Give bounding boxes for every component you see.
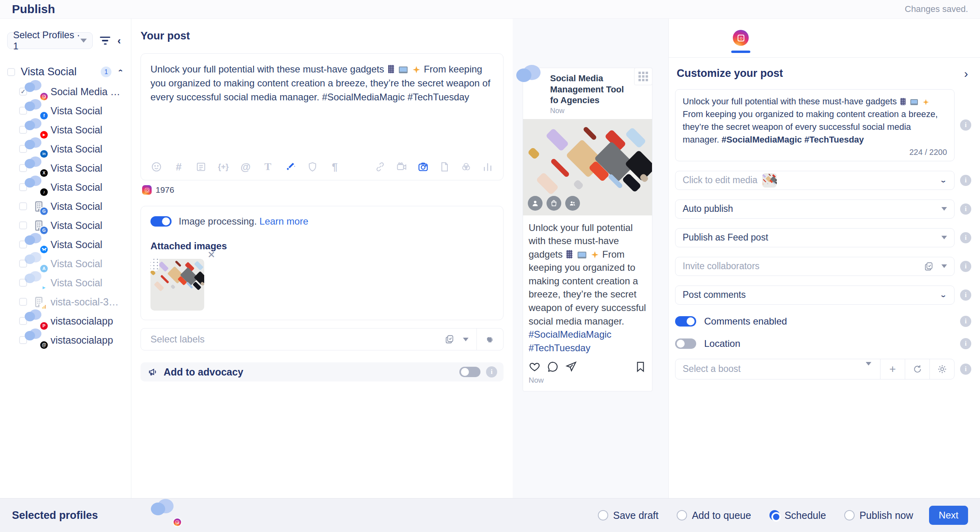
profile-list-item[interactable]: ♪ Vista Social bbox=[0, 178, 131, 197]
caption-editor[interactable]: Unlock your full potential with these mu… bbox=[675, 89, 955, 161]
invite-collaborators-field[interactable]: Invite collaborators bbox=[675, 257, 955, 276]
profile-list-item[interactable]: ▶ Vista Social bbox=[0, 120, 131, 139]
auto-publish-select[interactable]: Auto publish bbox=[675, 200, 955, 219]
invite-collaborators-info-icon[interactable]: i bbox=[960, 261, 971, 272]
attached-image-thumbnail[interactable] bbox=[150, 259, 204, 311]
profile-list-item[interactable]: Social Media Managem… bbox=[0, 82, 131, 101]
comments-enabled-info-icon[interactable]: i bbox=[960, 316, 971, 327]
publish-mode-radio[interactable]: Publish now bbox=[844, 510, 913, 521]
select-labels-field[interactable]: Select labels bbox=[141, 328, 504, 350]
advocacy-label: Add to advocacy bbox=[164, 366, 454, 378]
photo-icon[interactable] bbox=[417, 161, 429, 173]
profile-list-item[interactable]: G Vista Social bbox=[0, 197, 131, 216]
labels-dropdown-caret[interactable] bbox=[463, 338, 469, 341]
profile-list-item[interactable]: A Vista Social bbox=[0, 254, 131, 273]
advocacy-toggle[interactable] bbox=[459, 367, 480, 377]
profile-group-row[interactable]: Vista Social 1 ⌃︎ bbox=[7, 66, 124, 78]
group-name: Vista Social bbox=[21, 66, 95, 78]
paragraph-icon[interactable]: ¶ bbox=[329, 161, 341, 173]
saved-captions-icon[interactable] bbox=[195, 161, 207, 173]
profile-list-item[interactable]: P vistasocialapp bbox=[0, 311, 131, 331]
composer-title: Your post bbox=[141, 30, 504, 42]
profile-list-item[interactable]: ▶ Vista Social bbox=[0, 273, 131, 292]
profile-checkbox[interactable] bbox=[19, 298, 27, 306]
filter-icon[interactable] bbox=[100, 37, 110, 45]
profile-checkbox[interactable] bbox=[19, 221, 27, 229]
analytics-icon[interactable] bbox=[482, 161, 494, 173]
advocacy-info-icon[interactable]: i bbox=[486, 366, 497, 377]
ai-assistant-icon[interactable] bbox=[284, 161, 296, 173]
copy-collaborators-icon[interactable] bbox=[924, 261, 934, 272]
tag-products-icon[interactable] bbox=[547, 196, 561, 211]
profile-list-item[interactable]: X Vista Social bbox=[0, 158, 131, 178]
add-boost-icon[interactable]: + bbox=[880, 359, 905, 379]
profile-list-item[interactable]: Vista Social bbox=[0, 235, 131, 254]
chevron-up-icon[interactable]: ⌃︎ bbox=[117, 68, 124, 76]
location-info-icon[interactable]: i bbox=[960, 338, 971, 349]
media-library-icon[interactable] bbox=[460, 161, 472, 173]
tag-people-icon[interactable] bbox=[528, 196, 543, 211]
preview-layout-grid-icon[interactable] bbox=[634, 68, 652, 85]
pinterest-badge-icon: P bbox=[40, 322, 48, 330]
publish-mode-radio[interactable]: Schedule bbox=[769, 510, 826, 521]
chevron-down-icon[interactable]: ⌄︎ bbox=[940, 176, 947, 184]
publish-as-select[interactable]: Publish as Feed post bbox=[675, 228, 955, 247]
comment-icon[interactable] bbox=[547, 361, 559, 373]
document-icon[interactable] bbox=[439, 161, 451, 173]
profile-list-item[interactable]: vista-social-320412 bbox=[0, 292, 131, 311]
collapse-sidebar-icon[interactable]: ‹ bbox=[117, 35, 121, 46]
edit-media-info-icon[interactable]: i bbox=[960, 175, 971, 186]
profile-list-item[interactable]: in Vista Social bbox=[0, 139, 131, 158]
chevron-right-icon[interactable]: › bbox=[964, 68, 968, 80]
emoji-picker-icon[interactable] bbox=[150, 161, 162, 173]
shield-icon[interactable] bbox=[306, 161, 318, 173]
publish-mode-radio[interactable]: Save draft bbox=[598, 510, 658, 521]
selected-profile-avatar[interactable] bbox=[162, 507, 178, 524]
auto-publish-info-icon[interactable]: i bbox=[960, 203, 971, 215]
labels-settings-gear-icon[interactable] bbox=[485, 334, 495, 344]
tab-instagram[interactable] bbox=[732, 30, 749, 53]
location-toggle[interactable] bbox=[675, 338, 696, 349]
collaborators-icon[interactable] bbox=[565, 196, 580, 211]
publish-as-info-icon[interactable]: i bbox=[960, 232, 971, 243]
profile-checkbox[interactable] bbox=[19, 202, 27, 210]
avatar bbox=[33, 296, 45, 308]
profile-list-item[interactable]: G Vista Social bbox=[0, 216, 131, 235]
refresh-boosts-icon[interactable] bbox=[905, 359, 929, 379]
variables-icon[interactable]: {+} bbox=[217, 161, 229, 173]
publish-mode-radio[interactable]: Add to queue bbox=[677, 510, 751, 521]
mention-icon[interactable]: @ bbox=[240, 161, 252, 173]
text-format-icon[interactable]: T bbox=[262, 161, 274, 173]
boost-settings-gear-icon[interactable] bbox=[929, 359, 954, 379]
content: Select Profiles · 1 ‹ Vista Social 1 ⌃︎ … bbox=[0, 19, 980, 498]
like-icon[interactable] bbox=[529, 361, 541, 373]
customize-panel: Customize your post › Unlock your full p… bbox=[669, 19, 980, 498]
video-icon[interactable] bbox=[396, 161, 408, 173]
image-processing-toggle[interactable] bbox=[150, 216, 172, 227]
post-comments-info-icon[interactable]: i bbox=[960, 289, 971, 301]
drag-handle-icon[interactable] bbox=[150, 259, 159, 271]
remove-image-icon[interactable]: ✕ bbox=[207, 249, 215, 260]
share-icon[interactable] bbox=[565, 361, 577, 373]
profile-list-item[interactable]: f Vista Social bbox=[0, 101, 131, 120]
caption-info-icon[interactable]: i bbox=[960, 119, 971, 131]
edit-media-field[interactable]: Click to edit media ⌄︎ bbox=[675, 171, 955, 190]
profile-list-item[interactable]: @ vistasocialapp bbox=[0, 331, 131, 350]
comments-enabled-toggle[interactable] bbox=[675, 316, 696, 327]
boost-info-icon[interactable]: i bbox=[960, 364, 971, 375]
chevron-down-icon[interactable]: ⌄︎ bbox=[940, 291, 947, 298]
analytics-badge-icon bbox=[40, 303, 48, 311]
next-button[interactable]: Next bbox=[929, 506, 968, 525]
apply-labels-icon[interactable] bbox=[445, 334, 455, 344]
bookmark-icon[interactable] bbox=[634, 361, 646, 373]
media-thumbnail[interactable] bbox=[762, 173, 777, 188]
media-card: Image processing. Learn more Attached im… bbox=[141, 206, 504, 320]
link-icon[interactable] bbox=[374, 161, 386, 173]
hashtag-icon[interactable]: # bbox=[173, 161, 185, 173]
select-profiles-dropdown[interactable]: Select Profiles · 1 bbox=[7, 32, 93, 49]
group-checkbox[interactable] bbox=[7, 68, 15, 76]
post-text-editor[interactable]: Unlock your full potential with these mu… bbox=[141, 53, 504, 180]
select-boost-field[interactable]: Select a boost + bbox=[675, 359, 955, 379]
post-comments-field[interactable]: Post comments ⌄︎ bbox=[675, 286, 955, 305]
learn-more-link[interactable]: Learn more bbox=[260, 216, 308, 227]
